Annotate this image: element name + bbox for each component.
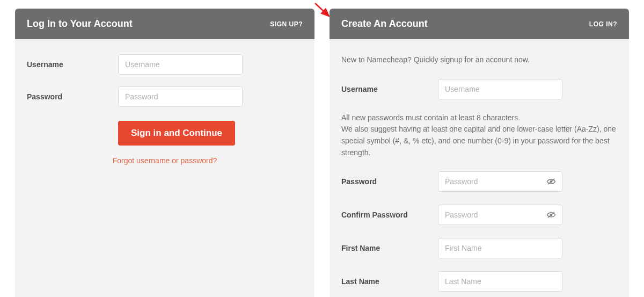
login-title: Log In to Your Account [27, 18, 133, 30]
create-username-input[interactable] [438, 79, 562, 99]
toggle-visibility-icon[interactable] [546, 178, 556, 185]
create-password-label: Password [341, 177, 438, 186]
last-name-label: Last Name [341, 277, 438, 286]
create-panel-body: New to Namecheap? Quickly signup for an … [330, 39, 629, 297]
create-username-label: Username [341, 85, 438, 93]
toggle-visibility-icon[interactable] [546, 211, 556, 219]
login-link[interactable]: LOG IN? [589, 20, 617, 28]
create-title: Create An Account [341, 18, 428, 30]
confirm-password-label: Confirm Password [341, 211, 438, 219]
sign-in-button[interactable]: Sign in and Continue [118, 121, 235, 146]
login-username-label: Username [27, 60, 118, 69]
create-password-input[interactable] [438, 171, 562, 192]
last-name-input[interactable] [438, 271, 562, 292]
login-panel-body: Username Password Sign in and Continue F… [15, 39, 314, 179]
login-panel: Log In to Your Account SIGN UP? Username… [15, 9, 314, 297]
password-rules-text: All new passwords must contain at least … [341, 112, 617, 159]
forgot-password-link[interactable]: Forgot username or password? [27, 154, 303, 167]
signup-link[interactable]: SIGN UP? [270, 20, 303, 28]
create-intro-text: New to Namecheap? Quickly signup for an … [341, 54, 617, 66]
login-username-input[interactable] [118, 54, 243, 75]
login-password-label: Password [27, 92, 118, 101]
login-panel-header: Log In to Your Account SIGN UP? [15, 9, 314, 39]
create-panel-header: Create An Account LOG IN? [330, 9, 629, 39]
confirm-password-input[interactable] [438, 205, 562, 225]
first-name-input[interactable] [438, 238, 562, 258]
login-password-input[interactable] [118, 86, 243, 107]
create-panel: Create An Account LOG IN? New to Nameche… [330, 9, 629, 297]
first-name-label: First Name [341, 244, 438, 252]
